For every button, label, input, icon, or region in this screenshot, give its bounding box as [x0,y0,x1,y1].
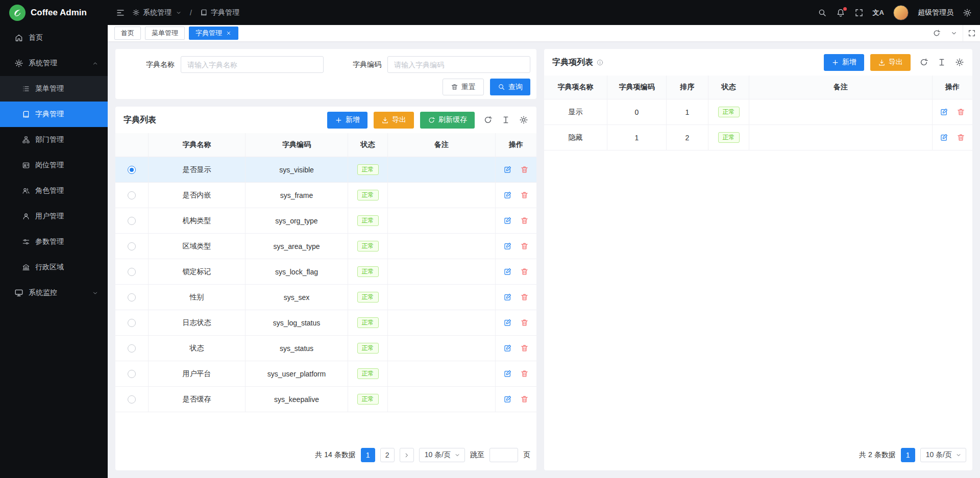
delete-icon[interactable] [957,108,965,116]
edit-icon[interactable] [503,318,512,327]
edit-icon[interactable] [503,293,512,301]
delete-icon[interactable] [520,395,529,404]
close-tab-icon[interactable] [226,30,232,36]
page-1-button[interactable]: 1 [901,448,915,462]
dict-row[interactable]: 是否缓存 sys_keepalive 正常 [115,387,536,412]
sidebar-item-param-mgmt[interactable]: 参数管理 [0,229,108,255]
edit-icon[interactable] [503,369,512,378]
reload-table-icon[interactable] [919,58,928,67]
sidebar-item-role-mgmt[interactable]: 角色管理 [0,178,108,204]
row-radio[interactable] [128,293,136,301]
delete-icon[interactable] [957,133,965,142]
edit-icon[interactable] [503,191,512,199]
delete-icon[interactable] [520,191,529,199]
sidebar-item-dict-mgmt[interactable]: 字典管理 [0,102,108,127]
row-density-icon[interactable] [937,58,946,67]
row-density-icon[interactable] [501,115,510,124]
delete-icon[interactable] [520,293,529,301]
delete-icon[interactable] [520,242,529,250]
add-dict-item-button[interactable]: 新增 [824,54,864,71]
dict-row[interactable]: 用户平台 sys_user_platform 正常 [115,361,536,387]
page-size-select[interactable]: 10 条/页 [419,448,465,462]
row-radio[interactable] [128,268,136,276]
edit-icon[interactable] [503,216,512,225]
refresh-cache-button[interactable]: 刷新缓存 [420,112,475,129]
tab-options-chevron-icon[interactable] [945,25,963,41]
dict-code-input[interactable] [387,56,530,73]
delete-icon[interactable] [520,318,529,327]
delete-icon[interactable] [520,267,529,276]
column-settings-gear-icon[interactable] [955,58,964,67]
next-page-button[interactable] [400,448,414,462]
content-fullscreen-icon[interactable] [963,25,980,41]
export-dict-button[interactable]: 导出 [374,112,414,129]
sidebar-item-region-mgmt[interactable]: 行政区域 [0,255,108,280]
page-1-button[interactable]: 1 [361,448,375,462]
dict-row[interactable]: 性别 sys_sex 正常 [115,285,536,310]
fullscreen-icon[interactable] [854,8,864,17]
row-radio[interactable] [128,242,136,250]
username[interactable]: 超级管理员 [918,8,953,17]
edit-icon[interactable] [940,108,948,116]
edit-icon[interactable] [940,133,948,142]
sidebar-item-home[interactable]: 首页 [0,25,108,51]
notifications-bell-icon[interactable] [836,8,845,17]
delete-icon[interactable] [520,216,529,225]
row-radio[interactable] [128,191,136,199]
sidebar-item-dept-mgmt[interactable]: 部门管理 [0,127,108,153]
search-icon[interactable] [818,8,827,17]
refresh-page-icon[interactable] [928,25,945,41]
query-button[interactable]: 查询 [490,79,530,95]
reset-button[interactable]: 重置 [443,79,484,95]
reload-table-icon[interactable] [483,115,493,124]
edit-icon[interactable] [503,165,512,174]
column-settings-gear-icon[interactable] [519,115,528,124]
dict-item-row[interactable]: 显示 0 1 正常 [544,99,972,125]
row-radio[interactable] [128,395,136,404]
dict-row[interactable]: 机构类型 sys_org_type 正常 [115,208,536,234]
dict-row[interactable]: 是否显示 sys_visible 正常 [115,157,536,183]
delete-icon[interactable] [520,165,529,174]
dict-item-row[interactable]: 隐藏 1 2 正常 [544,125,972,150]
dict-row[interactable]: 锁定标记 sys_lock_flag 正常 [115,259,536,285]
collapse-sidebar-icon[interactable] [116,8,125,17]
info-icon[interactable] [596,59,604,66]
sidebar-item-menu-mgmt[interactable]: 菜单管理 [0,76,108,102]
avatar[interactable] [893,5,909,20]
sidebar-item-system-monitor[interactable]: 系统监控 [0,280,108,306]
sidebar-item-user-mgmt[interactable]: 用户管理 [0,204,108,229]
op-cell [496,285,536,310]
item-code-cell: 0 [607,99,667,125]
row-radio[interactable] [128,344,136,353]
delete-icon[interactable] [520,344,529,353]
tab-dict-mgmt[interactable]: 字典管理 [189,27,238,40]
breadcrumb-system[interactable]: 系统管理 [132,8,182,17]
app-logo[interactable]: Coffee Admin [0,0,108,25]
translate-icon[interactable]: 文A [873,8,884,17]
tab-home[interactable]: 首页 [114,27,141,40]
export-dict-item-button[interactable]: 导出 [870,54,911,71]
breadcrumb-dict[interactable]: 字典管理 [200,8,239,17]
dict-row[interactable]: 状态 sys_status 正常 [115,336,536,361]
page-2-button[interactable]: 2 [380,448,395,462]
page-size-select[interactable]: 10 条/页 [920,448,966,462]
dict-row[interactable]: 是否内嵌 sys_frame 正常 [115,183,536,208]
edit-icon[interactable] [503,344,512,353]
edit-icon[interactable] [503,395,512,404]
tab-menu-mgmt[interactable]: 菜单管理 [145,27,185,40]
settings-gear-icon[interactable] [963,8,972,17]
delete-icon[interactable] [520,369,529,378]
dict-name-input[interactable] [181,56,324,73]
sidebar-item-system-mgmt[interactable]: 系统管理 [0,51,108,76]
row-radio[interactable] [128,166,136,174]
edit-icon[interactable] [503,242,512,250]
sidebar-item-post-mgmt[interactable]: 岗位管理 [0,153,108,178]
edit-icon[interactable] [503,267,512,276]
row-radio[interactable] [128,217,136,225]
add-dict-button[interactable]: 新增 [327,112,368,129]
dict-row[interactable]: 日志状态 sys_log_status 正常 [115,310,536,336]
dict-row[interactable]: 区域类型 sys_area_type 正常 [115,234,536,259]
row-radio[interactable] [128,319,136,327]
row-radio[interactable] [128,370,136,378]
jump-page-input[interactable] [489,448,518,462]
